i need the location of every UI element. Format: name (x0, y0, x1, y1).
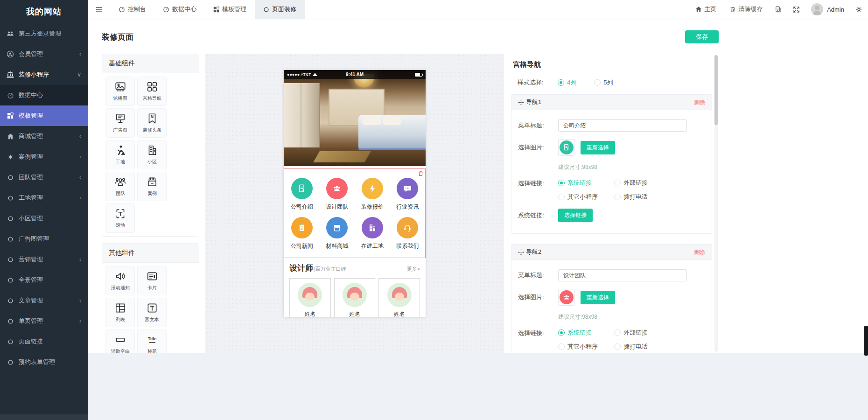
nav1-radio-phone-call[interactable]: 拨打电话 (614, 193, 670, 201)
preview-canvas: 9:41 AM ●●●●● AT&T (205, 54, 504, 353)
tab-template-manage[interactable]: 模板管理 (205, 0, 255, 19)
richtext-icon (146, 302, 158, 314)
tab-data-center[interactable]: 数据中心 (154, 0, 205, 19)
grid-nav-item-design-team[interactable]: 设计团队 (320, 174, 355, 213)
nav2-radio-system-link[interactable]: 系统链接 (558, 329, 614, 337)
window-scrollbar-thumb[interactable] (864, 326, 868, 356)
sidebar-item-worksite[interactable]: 工地管理 ‹ (0, 188, 88, 208)
chevron-left-icon: ‹ (79, 174, 81, 181)
material-mall-icon (326, 217, 348, 238)
sidebar-item-team[interactable]: 团队管理 ‹ (0, 167, 88, 188)
component-tile-worksite[interactable]: 工地 (105, 140, 135, 169)
nav1-delete-link[interactable]: 删除 (694, 98, 705, 106)
clear-cache-link[interactable]: 清除缓存 (723, 0, 769, 19)
chevron-left-icon: ‹ (79, 195, 81, 201)
component-tile-case[interactable]: 案例 (137, 172, 167, 201)
sidebar-item-members[interactable]: 会员管理 ‹ (0, 44, 88, 64)
component-tile-spacer[interactable]: 辅助空白 (105, 329, 135, 353)
home-link[interactable]: 主页 (689, 0, 723, 19)
hamburger-icon[interactable] (88, 0, 110, 19)
nav2-menu-title-input[interactable] (558, 269, 687, 281)
nav1-image-thumb[interactable] (558, 139, 575, 156)
nav1-radio-external-link[interactable]: 外部链接 (614, 179, 670, 187)
drag-move-icon[interactable] (518, 249, 524, 255)
nav1-card-header[interactable]: 导航1 删除 (511, 95, 712, 110)
nav1-radio-other-miniprogram[interactable]: 其它小程序 (558, 193, 614, 201)
component-tile-headline[interactable]: N 装修头条 (137, 108, 167, 138)
nav2-image-thumb[interactable] (558, 289, 575, 306)
file-copy-icon[interactable] (769, 0, 787, 19)
nav1-menu-title-input[interactable] (558, 119, 687, 132)
sidebar-item-third-party-login[interactable]: 第三方登录管理 (0, 23, 88, 44)
nav2-radio-other-miniprogram[interactable]: 其它小程序 (558, 343, 614, 351)
grid-nav-item-active-worksite[interactable]: 在建工地 (355, 213, 390, 252)
system-link-row: 系统链接: 选择链接 (511, 209, 712, 222)
component-tile-richtext[interactable]: 富文本 (137, 298, 167, 327)
sidebar-item-label: 会员管理 (19, 50, 79, 58)
sidebar-item-community[interactable]: 小区管理 (0, 208, 88, 229)
designer-more-link[interactable]: 更多> (407, 266, 420, 273)
tab-console[interactable]: 控制台 (110, 0, 154, 19)
sidebar-item-articles[interactable]: 文章管理 ‹ (0, 290, 88, 311)
style-select-label: 样式选择: (511, 78, 558, 87)
banner-image[interactable]: 9:41 AM ●●●●● AT&T (284, 70, 426, 166)
nav1-choose-link-button[interactable]: 选择链接 (558, 209, 593, 222)
sidebar-item-cases[interactable]: 案例管理 ‹ (0, 147, 88, 167)
sidebar-item-decor-miniprogram[interactable]: 装修小程序 ∨ (0, 64, 88, 85)
grid-nav-item-company-intro[interactable]: 公司介绍 (284, 174, 320, 213)
svg-text:N: N (150, 114, 153, 119)
grid-nav-block-selected[interactable]: 公司介绍 设计团队 装修报价 (284, 168, 426, 258)
nav2-delete-link[interactable]: 删除 (694, 248, 705, 256)
nav1-radio-system-link[interactable]: 系统链接 (558, 179, 614, 187)
sidebar-item-ad-images[interactable]: 广告图管理 (0, 229, 88, 249)
component-tile-list[interactable]: 列表 (105, 298, 135, 327)
basic-components-title: 基础组件 (102, 54, 199, 73)
basic-components-card: 基础组件 轮播图 宫格导航 广告图 N 装修头条 (102, 54, 199, 237)
delete-block-icon[interactable] (418, 170, 424, 178)
component-tile-carousel[interactable]: 轮播图 (105, 77, 135, 106)
component-tile-team[interactable]: 团队 (105, 172, 135, 201)
save-button[interactable]: 保存 (685, 30, 719, 43)
gauge-icon (163, 6, 169, 13)
user-menu[interactable]: Admin (805, 3, 850, 15)
company-intro-icon (291, 178, 313, 199)
tab-page-decorate[interactable]: 页面装修 (255, 0, 305, 19)
component-tile-scroll[interactable]: 滚动 (105, 203, 135, 233)
sidebar-item-marketing[interactable]: 营销管理 ‹ (0, 249, 88, 270)
component-tile-card[interactable]: 卡片 (137, 266, 167, 295)
nav2-card-header[interactable]: 导航2 删除 (511, 245, 712, 260)
grid-nav-item-quote[interactable]: 装修报价 (355, 174, 390, 213)
component-tile-ad-image[interactable]: 广告图 (105, 108, 135, 138)
component-tile-title[interactable]: Title 标题 (137, 329, 167, 353)
nav2-rechoose-button[interactable]: 重新选择 (581, 291, 615, 304)
sidebar-item-label: 工地管理 (19, 194, 79, 202)
nav2-radio-phone-call[interactable]: 拨打电话 (614, 343, 670, 351)
sidebar-item-single-page[interactable]: 单页管理 ‹ (0, 311, 88, 331)
component-tile-community[interactable]: 小区 (137, 140, 167, 169)
fullscreen-icon[interactable] (787, 0, 805, 19)
settings-gear-icon[interactable] (850, 0, 868, 19)
sidebar-item-booking-forms[interactable]: 预约表单管理 (0, 352, 88, 372)
tile-label: 滚动通知 (111, 285, 129, 291)
sidebar-item-label: 预约表单管理 (19, 358, 81, 366)
grid-nav-item-industry-news[interactable]: 行业资讯 (390, 174, 426, 213)
sidebar-item-mall[interactable]: 商城管理 ‹ (0, 126, 88, 147)
sidebar-subitem-template-manage[interactable]: 模板管理 (0, 105, 88, 126)
title-text-icon: Title (146, 334, 158, 346)
nav1-rechoose-button[interactable]: 重新选择 (581, 141, 615, 154)
phone-statusbar: 9:41 AM ●●●●● AT&T (284, 70, 426, 79)
radio-5-columns[interactable]: 5列 (594, 78, 613, 87)
nav2-radio-external-link[interactable]: 外部链接 (614, 329, 670, 337)
sidebar-subitem-data-center[interactable]: 数据中心 (0, 85, 88, 105)
sidebar-item-panorama[interactable]: 全景管理 (0, 270, 88, 290)
radio-4-columns[interactable]: 4列 (558, 78, 576, 87)
grid-nav-item-material-mall[interactable]: 材料商城 (320, 213, 355, 252)
sidebar-item-page-links[interactable]: 页面链接 (0, 331, 88, 352)
panel-scrollbar-thumb[interactable] (714, 55, 718, 125)
designer-block[interactable]: 设计师 |百万业主口碑 更多> 姓名 简介 查看作品 姓名 简介 (284, 258, 426, 317)
drag-move-icon[interactable] (518, 99, 524, 105)
grid-nav-item-company-news[interactable]: 公司新闻 (284, 213, 320, 252)
grid-nav-item-contact-us[interactable]: 联系我们 (390, 213, 426, 252)
component-tile-scroll-notice[interactable]: 滚动通知 (105, 266, 135, 295)
component-tile-grid-nav[interactable]: 宫格导航 (137, 77, 167, 106)
